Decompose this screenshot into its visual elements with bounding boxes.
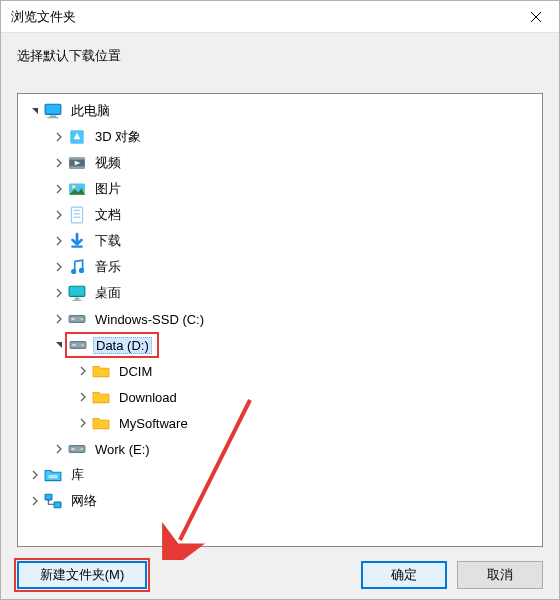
- dialog-body: 选择默认下载位置 此电脑3D 对象视频图片文档下载音乐桌面Windows-SSD…: [1, 33, 559, 599]
- button-row: 新建文件夹(M) 确定 取消: [17, 547, 543, 589]
- tree-node-download_folder[interactable]: Download: [20, 384, 542, 410]
- network-icon: [44, 492, 62, 510]
- tree-node-label: MySoftware: [116, 415, 191, 432]
- documents-icon: [68, 206, 86, 224]
- tree-node-pictures[interactable]: 图片: [20, 176, 542, 202]
- svg-point-11: [72, 185, 75, 188]
- tree-node-label: 桌面: [92, 283, 124, 303]
- tree-node-drive_d[interactable]: Data (D:): [20, 332, 542, 358]
- svg-rect-32: [45, 494, 52, 500]
- tree-node-label: Windows-SSD (C:): [92, 311, 207, 328]
- tree-node-network[interactable]: 网络: [20, 488, 542, 514]
- folder-tree[interactable]: 此电脑3D 对象视频图片文档下载音乐桌面Windows-SSD (C:)Data…: [18, 94, 542, 546]
- svg-point-18: [79, 268, 84, 273]
- new-folder-button[interactable]: 新建文件夹(M): [17, 561, 147, 589]
- downloads-icon: [68, 232, 86, 250]
- tree-node-3d[interactable]: 3D 对象: [20, 124, 542, 150]
- svg-rect-27: [72, 344, 75, 346]
- drive-icon: [68, 310, 86, 328]
- chevron-right-icon[interactable]: [52, 312, 66, 326]
- svg-rect-24: [71, 318, 74, 320]
- monitor-icon: [44, 102, 62, 120]
- chevron-right-icon[interactable]: [76, 416, 90, 430]
- drive-icon: [68, 440, 86, 458]
- cancel-button[interactable]: 取消: [457, 561, 543, 589]
- chevron-right-icon[interactable]: [28, 494, 42, 508]
- svg-rect-12: [71, 207, 82, 223]
- folder-icon: [92, 388, 110, 406]
- svg-point-23: [80, 318, 82, 320]
- tree-node-label: 视频: [92, 153, 124, 173]
- tree-node-downloads[interactable]: 下载: [20, 228, 542, 254]
- svg-rect-4: [47, 117, 58, 118]
- tree-node-label: 此电脑: [68, 101, 113, 121]
- svg-rect-2: [45, 104, 61, 114]
- folder-icon: [92, 362, 110, 380]
- tree-node-label: 库: [68, 465, 87, 485]
- tree-node-label: 文档: [92, 205, 124, 225]
- svg-rect-20: [75, 298, 80, 300]
- instruction-text: 选择默认下载位置: [17, 47, 543, 65]
- svg-rect-33: [54, 502, 61, 508]
- chevron-right-icon[interactable]: [52, 130, 66, 144]
- svg-rect-30: [71, 448, 74, 450]
- chevron-right-icon[interactable]: [52, 156, 66, 170]
- chevron-right-icon[interactable]: [52, 208, 66, 222]
- chevron-down-icon[interactable]: [28, 104, 42, 118]
- chevron-right-icon[interactable]: [28, 468, 42, 482]
- drive-icon: [69, 336, 87, 354]
- tree-node-music[interactable]: 音乐: [20, 254, 542, 280]
- tree-node-this_pc[interactable]: 此电脑: [20, 98, 542, 124]
- folder-icon: [92, 414, 110, 432]
- tree-node-label: Download: [116, 389, 180, 406]
- folder-tree-container: 此电脑3D 对象视频图片文档下载音乐桌面Windows-SSD (C:)Data…: [17, 93, 543, 547]
- tree-node-label: Data (D:): [93, 337, 152, 354]
- chevron-down-icon[interactable]: [52, 338, 66, 352]
- chevron-right-icon[interactable]: [52, 234, 66, 248]
- desktop-icon: [68, 284, 86, 302]
- tree-node-label: 下载: [92, 231, 124, 251]
- tree-node-documents[interactable]: 文档: [20, 202, 542, 228]
- svg-rect-16: [71, 246, 82, 248]
- titlebar: 浏览文件夹: [1, 1, 559, 33]
- 3d-icon: [68, 128, 86, 146]
- tree-node-videos[interactable]: 视频: [20, 150, 542, 176]
- svg-rect-31: [49, 475, 58, 478]
- dialog-title: 浏览文件夹: [11, 8, 76, 26]
- close-button[interactable]: [513, 1, 559, 33]
- tree-node-label: Work (E:): [92, 441, 153, 458]
- tree-node-drive_c[interactable]: Windows-SSD (C:): [20, 306, 542, 332]
- music-icon: [68, 258, 86, 276]
- annotation-highlight: Data (D:): [68, 335, 156, 355]
- close-icon: [531, 12, 541, 22]
- chevron-right-icon[interactable]: [52, 260, 66, 274]
- ok-button[interactable]: 确定: [361, 561, 447, 589]
- tree-node-label: DCIM: [116, 363, 155, 380]
- chevron-right-icon[interactable]: [52, 286, 66, 300]
- video-icon: [68, 154, 86, 172]
- tree-node-label: 3D 对象: [92, 127, 144, 147]
- tree-node-drive_e[interactable]: Work (E:): [20, 436, 542, 462]
- chevron-right-icon[interactable]: [52, 182, 66, 196]
- svg-rect-7: [69, 157, 85, 159]
- svg-point-26: [81, 344, 83, 346]
- chevron-right-icon[interactable]: [76, 390, 90, 404]
- svg-point-29: [80, 448, 82, 450]
- browse-folder-dialog: 浏览文件夹 选择默认下载位置 此电脑3D 对象视频图片文档下载音乐桌面Windo…: [0, 0, 560, 600]
- tree-node-desktop[interactable]: 桌面: [20, 280, 542, 306]
- tree-node-label: 网络: [68, 491, 100, 511]
- libraries-icon: [44, 466, 62, 484]
- tree-node-label: 音乐: [92, 257, 124, 277]
- svg-rect-21: [73, 300, 82, 301]
- svg-rect-3: [50, 116, 57, 118]
- chevron-right-icon[interactable]: [52, 442, 66, 456]
- tree-node-libraries[interactable]: 库: [20, 462, 542, 488]
- pictures-icon: [68, 180, 86, 198]
- svg-rect-19: [69, 286, 85, 296]
- chevron-right-icon[interactable]: [76, 364, 90, 378]
- tree-node-dcim[interactable]: DCIM: [20, 358, 542, 384]
- tree-node-mysoftware[interactable]: MySoftware: [20, 410, 542, 436]
- svg-rect-8: [69, 166, 85, 168]
- tree-node-label: 图片: [92, 179, 124, 199]
